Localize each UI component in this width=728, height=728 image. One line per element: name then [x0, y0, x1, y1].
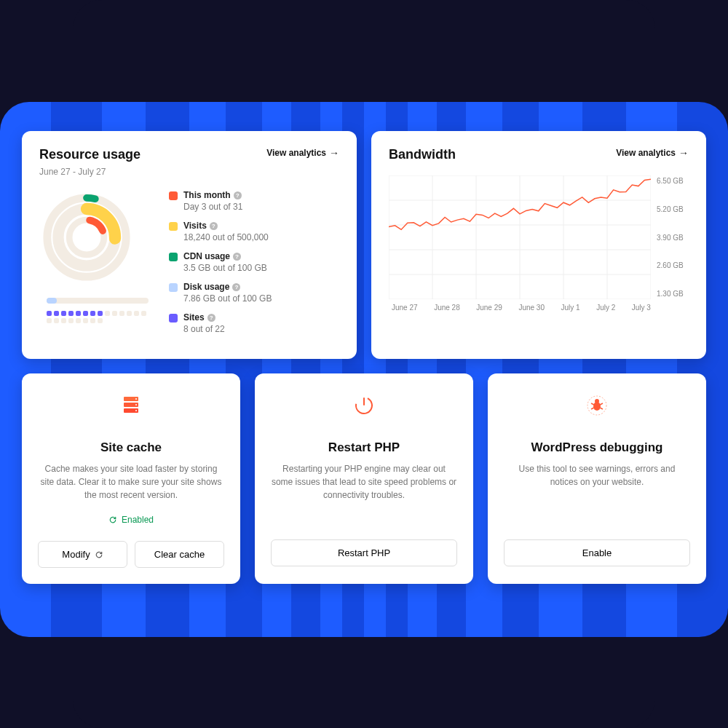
resource-usage-card: Resource usage June 27 - July 27 View an… [22, 131, 357, 359]
wp-debug-card: WordPress debugging Use this tool to see… [488, 373, 706, 584]
svg-line-31 [600, 403, 603, 405]
debug-title: WordPress debugging [504, 440, 690, 455]
svg-line-32 [591, 408, 594, 409]
refresh-icon [95, 550, 103, 559]
resource-donut-chart [39, 190, 134, 285]
legend-label: CDN usage ? [183, 251, 267, 261]
legend-value: 18,240 out of 500,000 [183, 232, 269, 242]
legend-value: 8 out of 22 [183, 324, 225, 334]
enable-debug-button[interactable]: Enable [504, 539, 690, 566]
svg-line-30 [591, 403, 594, 405]
legend-swatch [169, 191, 178, 200]
cache-title: Site cache [38, 440, 224, 455]
clear-cache-button[interactable]: Clear cache [135, 541, 224, 568]
bandwidth-y-axis: 6.50 GB5.20 GB3.90 GB2.60 GB1.30 GB [651, 175, 689, 299]
help-icon[interactable]: ? [234, 191, 242, 199]
sites-dot-grid [47, 311, 149, 323]
modify-cache-button[interactable]: Modify [38, 541, 127, 568]
legend-item: Disk usage ?7.86 GB out of 100 GB [169, 282, 339, 304]
bandwidth-x-axis: June 27June 28June 29June 30July 1July 2… [389, 304, 689, 312]
restart-php-button[interactable]: Restart PHP [271, 539, 457, 566]
legend-label: Sites ? [183, 312, 225, 323]
svg-point-29 [595, 399, 599, 403]
legend-item: CDN usage ?3.5 GB out of 100 GB [169, 251, 339, 273]
arrow-right-icon: → [329, 147, 339, 159]
help-icon[interactable]: ? [232, 283, 240, 291]
legend-swatch [169, 253, 178, 261]
disk-usage-bar [47, 298, 149, 304]
power-icon [352, 394, 376, 417]
resource-view-analytics-link[interactable]: View analytics → [266, 147, 339, 159]
svg-line-33 [600, 408, 603, 409]
debug-desc: Use this tool to see warnings, errors an… [504, 462, 690, 502]
legend-swatch [169, 283, 178, 292]
cache-desc: Cache makes your site load faster by sto… [38, 462, 224, 502]
restart-php-card: Restart PHP Restarting your PHP engine m… [255, 373, 473, 584]
legend-swatch [169, 314, 178, 323]
php-desc: Restarting your PHP engine may clear out… [271, 462, 457, 502]
bandwidth-line-chart [389, 175, 651, 299]
help-icon[interactable]: ? [210, 222, 218, 230]
site-cache-card: Site cache Cache makes your site load fa… [22, 373, 240, 584]
refresh-icon [108, 515, 117, 524]
bug-icon [585, 394, 609, 417]
help-icon[interactable]: ? [233, 253, 241, 261]
resource-title: Resource usage [39, 147, 141, 162]
legend-item: Visits ?18,240 out of 500,000 [169, 221, 339, 242]
legend-label: Visits ? [183, 221, 269, 231]
legend-label: This month ? [183, 190, 242, 200]
bandwidth-card: Bandwidth View analytics → [371, 131, 706, 359]
help-icon[interactable]: ? [207, 314, 215, 322]
php-title: Restart PHP [271, 440, 457, 455]
legend-value: Day 3 out of 31 [183, 202, 242, 212]
svg-point-23 [135, 404, 137, 405]
svg-point-22 [135, 398, 137, 400]
resource-date-range: June 27 - July 27 [39, 167, 141, 177]
svg-point-24 [135, 410, 137, 411]
legend-value: 3.5 GB out of 100 GB [183, 263, 267, 273]
legend-item: This month ?Day 3 out of 31 [169, 190, 339, 212]
cache-icon [119, 394, 143, 417]
legend-value: 7.86 GB out of 100 GB [183, 293, 272, 304]
legend-item: Sites ?8 out of 22 [169, 312, 339, 334]
bandwidth-title: Bandwidth [389, 147, 456, 162]
cache-status: Enabled [108, 515, 154, 525]
legend-label: Disk usage ? [183, 282, 272, 292]
resource-legend: This month ?Day 3 out of 31Visits ?18,24… [169, 190, 339, 343]
arrow-right-icon: → [678, 147, 689, 159]
legend-swatch [169, 222, 178, 231]
bandwidth-view-analytics-link[interactable]: View analytics → [616, 147, 689, 159]
